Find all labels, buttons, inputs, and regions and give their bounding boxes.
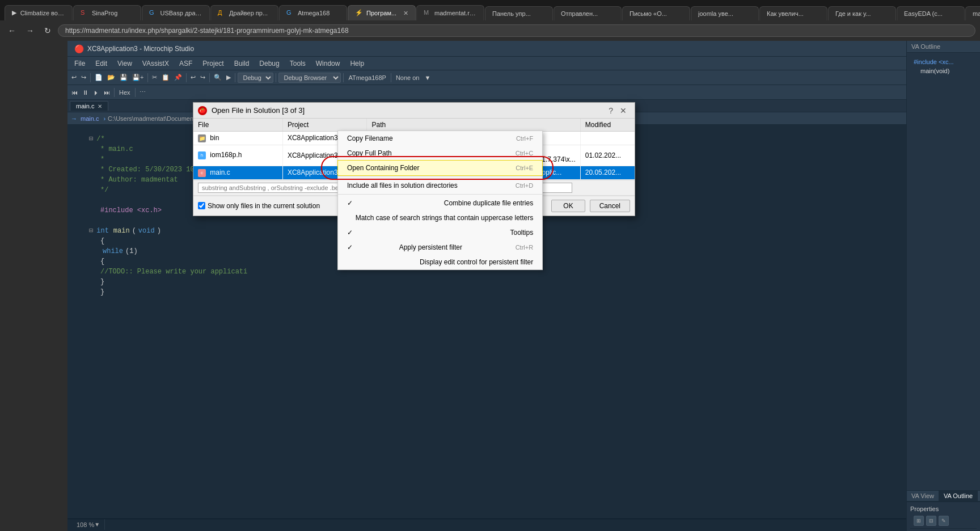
col-header-path[interactable]: Path <box>367 119 580 132</box>
debug-browser-select[interactable]: Debug Browser <box>278 73 341 83</box>
expand-10[interactable]: ⊟ <box>89 226 93 236</box>
editor-tab-close[interactable]: ✕ <box>98 103 102 109</box>
va-view-tab[interactable]: VA View <box>907 491 939 501</box>
menu-file[interactable]: File <box>70 58 90 69</box>
menu-vassistx[interactable]: VAssistX <box>138 58 174 69</box>
toolbar-btn-1[interactable]: ↩ <box>70 73 78 82</box>
t2-btn-3[interactable]: ⏵ <box>91 88 101 97</box>
menu-bar: File Edit View VAssistX ASF Project Buil… <box>67 57 980 70</box>
va-tabs-divider: VA View VA Outline <box>907 490 980 502</box>
dialog-close-btn[interactable]: ✕ <box>616 105 630 116</box>
menu-tools[interactable]: Tools <box>285 58 310 69</box>
browser-tab-5[interactable]: ⚡ Програм... ✕ <box>348 5 416 20</box>
browser-tab-6[interactable]: M madmentat.ru/... <box>416 5 484 20</box>
browser-tab-3[interactable]: Д Драйвер пр... <box>210 5 278 20</box>
file-path-0: C:\Program Files\Microchip\xc8\v2.36\bin <box>367 132 580 145</box>
browser-tab-10[interactable]: joomla уве... <box>691 6 759 20</box>
file-row-0[interactable]: 📁 bin XC8Application3 C:\Program Files\M… <box>193 132 635 145</box>
tab-favicon-5: ⚡ <box>355 9 363 17</box>
t2-btn-1[interactable]: ⏮ <box>70 88 79 97</box>
toolbar-cut[interactable]: ✂ <box>150 73 159 82</box>
toolbar-save[interactable]: 💾 <box>118 73 129 82</box>
menu-debug[interactable]: Debug <box>255 58 284 69</box>
toolbar-open[interactable]: 📂 <box>105 73 117 82</box>
menu-help[interactable]: Help <box>345 58 369 69</box>
expand-1[interactable]: ⊟ <box>89 134 93 144</box>
tab-favicon-0: ▶ <box>12 9 17 17</box>
file-project-0: XC8Application3 <box>282 132 367 145</box>
open-file-dialog[interactable]: 🍅 Open File in Solution [3 of 3] ? ✕ Fil… <box>193 102 635 216</box>
va-item-main[interactable]: main(void) <box>918 66 975 75</box>
dialog-search-input[interactable] <box>198 183 572 193</box>
browser-tab-9[interactable]: Письмо «О... <box>622 6 690 20</box>
address-bar[interactable] <box>58 24 975 37</box>
browser-tab-13[interactable]: EasyEDA (с... <box>897 6 965 20</box>
code-line-9 <box>89 216 969 226</box>
browser-tab-4[interactable]: G Atmega168 <box>279 5 347 20</box>
file-project-1: XC8Application3 <box>282 145 367 166</box>
browser-nav: ← → ↻ <box>0 20 980 41</box>
col-header-modified[interactable]: Modified <box>580 119 635 132</box>
file-breadcrumb: main.c <box>81 115 99 122</box>
zoom-dropdown[interactable]: ▼ <box>94 521 100 528</box>
prop-icon-1[interactable]: ⊞ <box>914 516 924 526</box>
menu-project[interactable]: Project <box>198 58 228 69</box>
menu-view[interactable]: View <box>113 58 137 69</box>
toolbar-find[interactable]: 🔍 <box>212 73 223 82</box>
tab-label-13: EasyEDA (с... <box>904 10 943 17</box>
file-path-1: C:\Program Files (x86)\Atmel\AtmelStudio… <box>367 145 580 166</box>
zoom-value: 108 % <box>77 521 94 528</box>
t2-more[interactable]: ⋯ <box>138 87 147 97</box>
editor-tab-main[interactable]: main.c ✕ <box>70 101 108 111</box>
browser-tab-11[interactable]: Как увелич... <box>759 6 827 20</box>
browser-tab-8[interactable]: Отправлен... <box>554 6 622 20</box>
toolbar-new[interactable]: 📄 <box>93 73 104 82</box>
menu-window[interactable]: Window <box>311 58 345 69</box>
toolbar-undo[interactable]: ↩ <box>189 73 197 82</box>
menu-build[interactable]: Build <box>230 58 254 69</box>
toolbar-copy[interactable]: 📋 <box>160 73 171 82</box>
toolbar-nav[interactable]: ▶ <box>225 73 233 82</box>
va-item-include[interactable]: #include <xc... <box>911 57 975 66</box>
dialog-titlebar: 🍅 Open File in Solution [3 of 3] ? ✕ <box>193 103 635 119</box>
refresh-button[interactable]: ↻ <box>41 24 54 37</box>
none-on-dropdown[interactable]: ▼ <box>423 73 432 82</box>
browser-tab-7[interactable]: Панель упр... <box>485 6 553 20</box>
col-header-file[interactable]: File <box>193 119 282 132</box>
t2-btn-2[interactable]: ⏸ <box>81 88 90 97</box>
back-button[interactable]: ← <box>5 24 19 37</box>
code-text-1: /* <box>96 134 104 144</box>
dialog-ok-button[interactable]: OK <box>551 200 585 212</box>
t2-btn-4[interactable]: ⏭ <box>102 88 112 97</box>
menu-edit[interactable]: Edit <box>91 58 112 69</box>
show-only-checkbox[interactable] <box>198 202 205 209</box>
browser-tab-0[interactable]: ▶ Climbatize воспроизвод... <box>5 5 73 20</box>
browser-tab-2[interactable]: G USBasp драй... <box>142 5 210 20</box>
browser-tab-12[interactable]: Где и как у... <box>828 6 896 20</box>
debug-config-select[interactable]: Debug <box>238 73 273 83</box>
browser-tab-1[interactable]: S SinaProg <box>73 5 141 20</box>
toolbar-paste[interactable]: 📌 <box>172 73 184 82</box>
show-only-checkbox-container[interactable]: Show only files in the current solution <box>198 202 320 210</box>
browser-tab-14[interactable]: madAtProgram... <box>965 6 980 20</box>
col-header-project[interactable]: Project <box>282 119 367 132</box>
forward-button[interactable]: → <box>23 24 37 37</box>
dialog-cancel-button[interactable]: Cancel <box>590 200 630 212</box>
tab-label-0: Climbatize воспроизвод... <box>20 10 65 16</box>
dialog-help-btn[interactable]: ? <box>605 105 616 116</box>
va-outline-tab[interactable]: VA Outline <box>939 491 978 501</box>
va-outline-panel: VA Outline #include <xc... main(void) VA… <box>906 41 980 531</box>
toolbar-redo[interactable]: ↪ <box>198 73 207 82</box>
sep-8 <box>391 73 391 82</box>
file-row-2[interactable]: c main.c XC8Application3 C:\Users\madmen… <box>193 166 635 179</box>
toolbar-save-all[interactable]: 💾+ <box>130 73 145 82</box>
prop-icon-3[interactable]: ✎ <box>939 516 949 526</box>
prop-icon-2[interactable]: ⊟ <box>926 516 936 526</box>
code-fn-10: main <box>113 226 130 236</box>
tab-close-5[interactable]: ✕ <box>403 10 408 17</box>
sep-3 <box>186 73 187 82</box>
tab-favicon-3: Д <box>218 9 226 17</box>
file-row-1[interactable]: h iom168p.h XC8Application3 C:\Program F… <box>193 145 635 166</box>
toolbar-btn-2[interactable]: ↪ <box>79 73 88 82</box>
menu-asf[interactable]: ASF <box>175 58 197 69</box>
